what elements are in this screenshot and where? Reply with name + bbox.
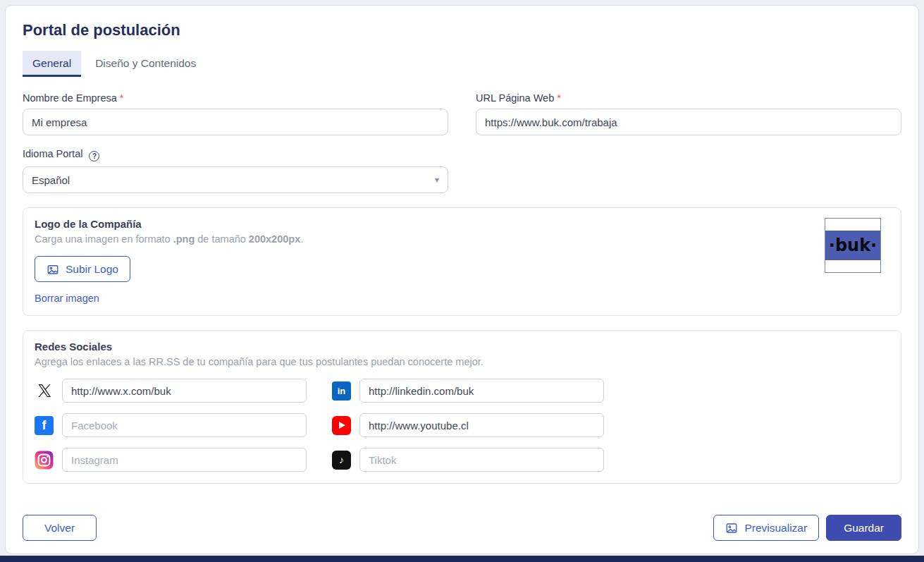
youtube-icon [332, 416, 351, 435]
instagram-icon [35, 451, 54, 470]
logo-subtitle-suffix: . [300, 233, 303, 245]
company-name-field: Nombre de Empresa * [23, 92, 448, 135]
bottom-bar [0, 556, 924, 562]
social-section-title: Redes Sociales [35, 341, 889, 353]
delete-image-link[interactable]: Borrar imagen [35, 293, 99, 304]
social-row-tiktok: ♪ [332, 448, 604, 472]
portal-language-select[interactable]: Español ▾ [23, 166, 448, 193]
social-section: Redes Sociales Agrega los enlaces a las … [23, 330, 901, 484]
preview-button[interactable]: Previsualizar [713, 515, 819, 541]
upload-logo-button[interactable]: Subir Logo [35, 256, 130, 282]
tab-bar: General Diseño y Contenidos [23, 51, 906, 77]
instagram-url-input[interactable] [62, 448, 307, 472]
company-logo-band: ·buk· [825, 231, 880, 260]
website-url-input[interactable] [476, 109, 901, 135]
social-row-x [35, 379, 307, 403]
preview-button-label: Previsualizar [744, 522, 807, 534]
logo-subtitle-size: 200x200px [249, 233, 300, 245]
tiktok-url-input[interactable] [359, 448, 604, 472]
logo-subtitle-middle: de tamaño [195, 233, 249, 245]
portal-card: Portal de postulación General Diseño y C… [5, 5, 919, 554]
social-row-instagram [35, 448, 307, 472]
company-logo: ·buk· [825, 218, 881, 273]
facebook-url-input[interactable] [62, 413, 307, 437]
tab-diseno-y-contenidos[interactable]: Diseño y Contenidos [85, 51, 206, 77]
footer-actions: Volver Previsualizar Guardar [18, 515, 906, 541]
website-url-label-text: URL Página Web [476, 92, 554, 104]
portal-language-label-text: Idioma Portal [23, 148, 82, 159]
social-row-linkedin: in [332, 379, 604, 403]
tab-general[interactable]: General [23, 51, 81, 77]
help-icon[interactable]: ? [89, 151, 99, 161]
portal-language-label: Idioma Portal ? [23, 148, 448, 161]
social-row-youtube [332, 413, 604, 437]
youtube-url-input[interactable] [359, 413, 604, 437]
tiktok-icon: ♪ [332, 451, 351, 470]
website-url-field: URL Página Web * [476, 92, 901, 135]
required-asterisk: * [557, 92, 561, 104]
website-url-label: URL Página Web * [476, 92, 901, 104]
logo-subtitle-format: .png [173, 233, 195, 245]
preview-image-icon [725, 522, 738, 534]
social-row-facebook: f [35, 413, 307, 437]
footer-right-actions: Previsualizar Guardar [713, 515, 901, 541]
logo-subtitle-prefix: Carga una imagen en formato [35, 233, 173, 245]
upload-logo-label: Subir Logo [66, 263, 118, 276]
company-name-input[interactable] [23, 109, 448, 135]
main-form-row: Nombre de Empresa * URL Página Web * [18, 92, 906, 135]
social-grid: in f [35, 379, 889, 472]
portal-language-field: Idioma Portal ? Español ▾ [18, 148, 452, 193]
logo-section-subtitle: Carga una imagen en formato .png de tama… [35, 233, 889, 245]
linkedin-url-input[interactable] [359, 379, 604, 403]
page-title: Portal de postulación [23, 21, 906, 39]
company-name-label-text: Nombre de Empresa [23, 92, 117, 104]
company-name-label: Nombre de Empresa * [23, 92, 448, 104]
save-button[interactable]: Guardar [826, 515, 901, 541]
social-section-subtitle: Agrega los enlaces a las RR.SS de tu com… [35, 356, 889, 367]
portal-language-value: Español [32, 174, 70, 186]
x-url-input[interactable] [62, 379, 307, 403]
logo-section-title: Logo de la Compañía [35, 218, 889, 230]
x-icon [35, 381, 54, 401]
chevron-down-icon: ▾ [435, 175, 439, 185]
play-triangle [339, 422, 345, 429]
upload-image-icon [47, 263, 59, 276]
logo-section: Logo de la Compañía Carga una imagen en … [23, 207, 901, 316]
facebook-icon: f [35, 416, 54, 435]
page: Portal de postulación General Diseño y C… [0, 0, 924, 562]
required-asterisk: * [120, 92, 124, 104]
company-logo-text: ·buk· [829, 236, 877, 255]
back-button[interactable]: Volver [23, 515, 97, 541]
linkedin-icon: in [332, 381, 351, 401]
